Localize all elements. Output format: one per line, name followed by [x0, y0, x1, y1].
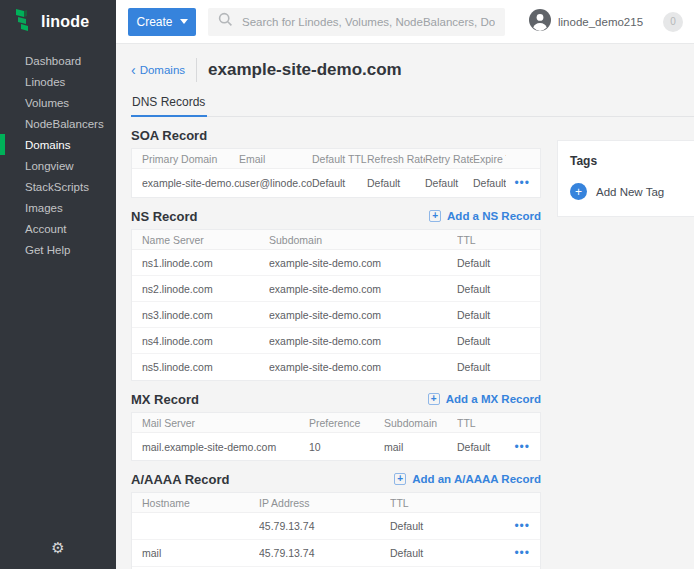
column-header: Retry Rate	[425, 153, 473, 165]
sidebar-item-volumes[interactable]: Volumes	[0, 92, 116, 113]
sidebar-item-domains[interactable]: Domains	[0, 134, 116, 155]
column-header: Mail Server	[142, 417, 309, 429]
subdomain-cell: example-site-demo.com	[269, 309, 457, 321]
sidebar-item-stackscripts[interactable]: StackScripts	[0, 176, 116, 197]
table-row: ns4.linode.com example-site-demo.com Def…	[132, 328, 540, 354]
add-plus-icon: +	[429, 210, 441, 222]
sidebar: linode Dashboard Linodes Volumes NodeBal…	[0, 0, 116, 569]
sidebar-item-longview[interactable]: Longview	[0, 155, 116, 176]
hostname-cell: mail	[142, 547, 259, 559]
column-header: Preference	[309, 417, 384, 429]
column-header: Primary Domain	[142, 153, 239, 165]
action-menu-icon[interactable]: •••	[506, 547, 530, 559]
table-row: example-site-demo.com user@linode.com De…	[132, 169, 540, 197]
add-plus-icon: +	[428, 393, 440, 405]
refresh-rate-cell: Default	[367, 177, 425, 189]
ttl-cell: Default	[457, 361, 530, 373]
sidebar-item-label: Domains	[25, 139, 70, 151]
action-menu-icon[interactable]: •••	[506, 520, 530, 532]
content-columns: SOA Record Primary Domain Email Default …	[131, 117, 694, 569]
name-server-cell: ns3.linode.com	[142, 309, 269, 321]
add-new-tag-button[interactable]: + Add New Tag	[570, 183, 694, 200]
content: ‹ Domains example-site-demo.com DNS Reco…	[116, 44, 694, 569]
tags-panel: Tags + Add New Tag	[557, 140, 694, 217]
add-mx-record-button[interactable]: + Add a MX Record	[428, 393, 541, 405]
ip-address-cell: 45.79.13.74	[259, 547, 390, 559]
ttl-cell: Default	[457, 441, 506, 453]
linode-logo-text: linode	[41, 13, 89, 31]
subdomain-cell: example-site-demo.com	[269, 283, 457, 295]
settings-gear-icon[interactable]: ⚙	[51, 540, 64, 555]
table-row: ns3.linode.com example-site-demo.com Def…	[132, 302, 540, 328]
sidebar-item-label: Dashboard	[25, 55, 81, 67]
soa-section-title: SOA Record	[131, 128, 207, 143]
mx-table-header: Mail Server Preference Subdomain TTL	[132, 413, 540, 433]
chevron-down-icon	[180, 19, 188, 24]
table-row: mail 45.79.13.74 Default •••	[132, 540, 540, 567]
notification-count-badge[interactable]: 0	[663, 12, 683, 32]
table-row: ns5.linode.com example-site-demo.com Def…	[132, 354, 540, 380]
column-header: Name Server	[142, 234, 269, 246]
sidebar-item-label: NodeBalancers	[25, 118, 104, 130]
column-header: Subdomain	[269, 234, 457, 246]
column-header: Hostname	[142, 497, 259, 509]
column-header: TTL	[457, 234, 530, 246]
column-header: TTL	[390, 497, 506, 509]
column-header: Subdomain	[384, 417, 457, 429]
column-header: Default TTL	[312, 153, 367, 165]
add-tag-plus-icon: +	[570, 183, 587, 200]
sidebar-item-label: Volumes	[25, 97, 69, 109]
ttl-cell: Default	[390, 547, 506, 559]
username: linode_demo215	[558, 16, 643, 28]
soa-table-header: Primary Domain Email Default TTL Refresh…	[132, 149, 540, 169]
linode-logo-icon	[14, 8, 34, 36]
name-server-cell: ns1.linode.com	[142, 257, 269, 269]
retry-rate-cell: Default	[425, 177, 473, 189]
add-a-record-button[interactable]: + Add an A/AAAA Record	[394, 473, 541, 485]
records-column: SOA Record Primary Domain Email Default …	[131, 117, 541, 569]
default-ttl-cell: Default	[312, 177, 367, 189]
search-icon	[218, 12, 233, 31]
sidebar-item-label: Account	[25, 223, 67, 235]
column-header: Email	[239, 153, 312, 165]
a-section-title: A/AAAA Record	[131, 472, 229, 487]
breadcrumb-domains-link[interactable]: ‹ Domains	[131, 63, 185, 77]
sidebar-item-linodes[interactable]: Linodes	[0, 71, 116, 92]
search-input[interactable]	[242, 16, 495, 28]
add-plus-icon: +	[394, 473, 406, 485]
sidebar-item-dashboard[interactable]: Dashboard	[0, 50, 116, 71]
ns-section-head: NS Record + Add a NS Record	[131, 208, 541, 224]
sidebar-item-label: Longview	[25, 160, 74, 172]
sidebar-item-images[interactable]: Images	[0, 197, 116, 218]
user-menu[interactable]: linode_demo215	[529, 9, 643, 35]
subdomain-cell: mail	[384, 441, 457, 453]
sidebar-item-account[interactable]: Account	[0, 218, 116, 239]
table-row: 45.79.13.74 Default •••	[132, 513, 540, 540]
action-menu-icon[interactable]: •••	[506, 177, 530, 189]
ns-record-section: NS Record + Add a NS Record Name Server …	[131, 208, 541, 381]
soa-table: Primary Domain Email Default TTL Refresh…	[131, 148, 541, 198]
sidebar-item-label: Images	[25, 202, 63, 214]
avatar	[529, 9, 551, 35]
chevron-left-icon: ‹	[131, 63, 136, 77]
add-ns-record-button[interactable]: + Add a NS Record	[429, 210, 541, 222]
subdomain-cell: example-site-demo.com	[269, 361, 457, 373]
table-row: mail.example-site-demo.com 10 mail Defau…	[132, 433, 540, 460]
sidebar-item-get-help[interactable]: Get Help	[0, 239, 116, 260]
mail-server-cell: mail.example-site-demo.com	[142, 441, 309, 453]
tab-dns-records[interactable]: DNS Records	[131, 95, 207, 117]
sidebar-item-nodebalancers[interactable]: NodeBalancers	[0, 113, 116, 134]
a-table: Hostname IP Address TTL 45.79.13.74 Defa…	[131, 492, 541, 569]
page-title: example-site-demo.com	[208, 60, 402, 80]
action-menu-icon[interactable]: •••	[506, 441, 530, 453]
preference-cell: 10	[309, 441, 384, 453]
sidebar-item-label: StackScripts	[25, 181, 89, 193]
primary-domain-cell: example-site-demo.com	[142, 177, 239, 189]
mx-section-head: MX Record + Add a MX Record	[131, 391, 541, 407]
create-button[interactable]: Create	[128, 8, 196, 36]
linode-logo[interactable]: linode	[0, 0, 116, 44]
create-button-label: Create	[136, 15, 172, 29]
name-server-cell: ns5.linode.com	[142, 361, 269, 373]
tags-panel-title: Tags	[570, 154, 694, 168]
column-header: IP Address	[259, 497, 390, 509]
